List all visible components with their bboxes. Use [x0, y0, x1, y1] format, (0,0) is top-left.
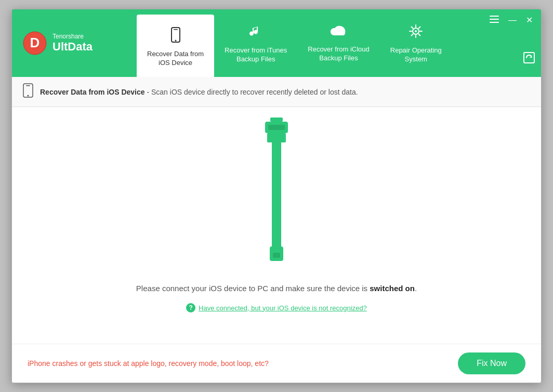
svg-rect-14	[26, 85, 30, 86]
info-bar: Recover Data from iOS Device - Scan iOS …	[12, 77, 541, 107]
svg-rect-18	[267, 133, 286, 142]
tab-itunes[interactable]: Recover from iTunesBackup Files	[214, 9, 297, 77]
svg-rect-17	[268, 125, 285, 130]
tab-itunes-label: Recover from iTunesBackup Files	[225, 46, 287, 64]
window-controls: — ✕	[486, 15, 536, 25]
lightning-cable-illustration	[256, 117, 297, 268]
itunes-tab-icon	[247, 23, 264, 43]
svg-point-13	[28, 95, 29, 97]
bottom-bar: iPhone crashes or gets stuck at apple lo…	[12, 344, 541, 383]
header: D Tenorshare UltData Recover Data fromiO…	[12, 9, 541, 77]
brand-name: Tenorshare	[52, 33, 93, 40]
app-logo-icon: D	[22, 31, 47, 56]
icloud-tab-icon	[330, 24, 348, 42]
help-link[interactable]: ? Have connected, but your iOS device is…	[186, 303, 367, 312]
logo-section: D Tenorshare UltData	[12, 9, 137, 77]
svg-point-7	[415, 30, 417, 32]
refresh-icon[interactable]	[522, 51, 536, 68]
info-description: Recover Data from iOS Device - Scan iOS …	[40, 88, 358, 96]
tab-icloud-label: Recover from iCloudBackup Files	[308, 45, 370, 63]
product-name: UltData	[52, 40, 93, 54]
svg-rect-15	[270, 117, 283, 122]
svg-point-4	[175, 40, 176, 42]
help-icon: ?	[186, 303, 195, 312]
svg-rect-11	[524, 53, 534, 63]
crash-message: iPhone crashes or gets stuck at apple lo…	[28, 359, 269, 368]
svg-rect-21	[273, 253, 280, 258]
ios-tab-icon	[167, 27, 184, 47]
svg-rect-10	[490, 22, 499, 23]
fix-now-button[interactable]: Fix Now	[458, 352, 525, 374]
app-window: D Tenorshare UltData Recover Data fromiO…	[11, 9, 542, 383]
svg-rect-8	[490, 16, 499, 17]
close-btn[interactable]: ✕	[523, 15, 536, 25]
svg-rect-5	[174, 29, 178, 30]
main-content: Please connect your iOS device to PC and…	[12, 107, 541, 344]
repair-tab-icon	[407, 23, 424, 43]
tab-icloud[interactable]: Recover from iCloudBackup Files	[297, 9, 380, 77]
svg-rect-9	[490, 19, 499, 20]
settings-menu-btn[interactable]	[486, 15, 502, 25]
header-right-controls: — ✕	[481, 9, 541, 77]
device-icon	[22, 83, 34, 100]
svg-rect-19	[272, 142, 281, 246]
minimize-btn[interactable]: —	[505, 15, 520, 25]
cable-svg	[256, 117, 297, 268]
logo-text: Tenorshare UltData	[52, 33, 93, 54]
tab-ios-label: Recover Data fromiOS Device	[147, 50, 204, 68]
tab-repair[interactable]: Repair OperatingSystem	[380, 9, 452, 77]
svg-text:D: D	[30, 35, 40, 50]
tab-ios[interactable]: Recover Data fromiOS Device	[137, 15, 214, 77]
connect-instruction: Please connect your iOS device to PC and…	[136, 284, 417, 293]
tab-repair-label: Repair OperatingSystem	[390, 46, 442, 64]
center-area: Please connect your iOS device to PC and…	[136, 117, 417, 312]
nav-tabs: Recover Data fromiOS Device Recover from…	[137, 9, 481, 77]
